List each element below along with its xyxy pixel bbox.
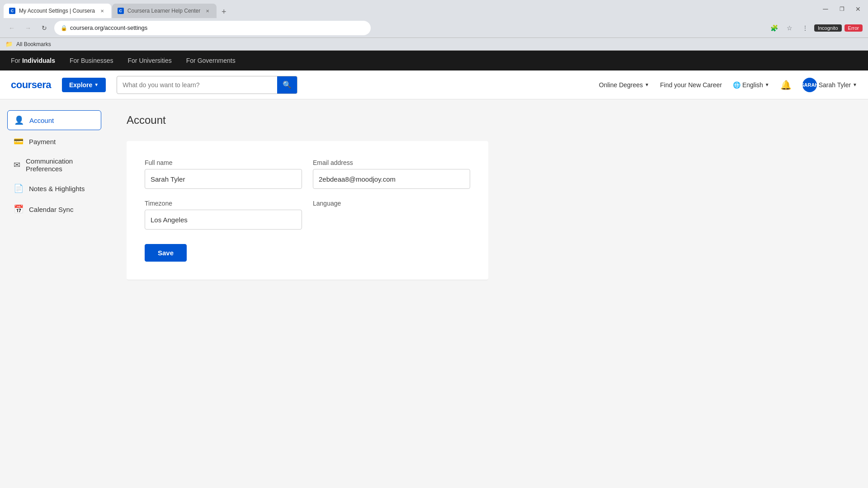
tab-bar: C My Account Settings | Coursera ✕ C Cou…: [0, 0, 868, 18]
minimize-button[interactable]: ─: [819, 3, 832, 15]
timezone-input[interactable]: [145, 210, 302, 230]
coursera-top-nav: For Individuals For Businesses For Unive…: [0, 51, 868, 70]
extensions-icon[interactable]: 🧩: [768, 22, 781, 34]
sidebar-item-account[interactable]: 👤 Account: [7, 110, 101, 130]
incognito-badge: Incognito: [814, 24, 842, 32]
search-icon: 🔍: [283, 80, 292, 89]
search-input[interactable]: [117, 81, 277, 89]
bookmarks-folder-icon: 📁: [5, 41, 13, 47]
full-name-input[interactable]: [145, 169, 302, 189]
full-name-group: Full name: [145, 159, 302, 189]
sidebar-item-communication[interactable]: ✉ Communication Preferences: [7, 153, 101, 177]
tabs-container: C My Account Settings | Coursera ✕ C Cou…: [4, 0, 230, 18]
nav-for-governments[interactable]: For Governments: [186, 57, 236, 64]
online-degrees-link[interactable]: Online Degrees ▼: [599, 81, 649, 89]
user-name: Sarah Tyler: [819, 81, 851, 89]
bookmarks-label[interactable]: All Bookmarks: [16, 41, 51, 47]
tab-close-2[interactable]: ✕: [204, 7, 211, 14]
error-badge: Error: [844, 24, 863, 32]
tab-close-1[interactable]: ✕: [99, 7, 106, 14]
find-career-link[interactable]: Find your New Career: [660, 81, 722, 89]
search-bar[interactable]: 🔍: [117, 76, 297, 94]
tab-favicon-2: C: [118, 8, 124, 14]
new-tab-button[interactable]: +: [217, 5, 230, 18]
sidebar-payment-label: Payment: [29, 138, 56, 145]
lock-icon: 🔒: [61, 25, 67, 31]
address-bar[interactable]: 🔒 coursera.org/account-settings: [54, 21, 371, 35]
tab-help-center[interactable]: C Coursera Learner Help Center ✕: [112, 4, 217, 18]
browser-window: C My Account Settings | Coursera ✕ C Cou…: [0, 0, 868, 51]
language-chevron-icon: ▼: [765, 82, 769, 87]
language-group: Language: [313, 200, 470, 230]
sidebar-account-label: Account: [29, 117, 54, 124]
main-area: Account Full name Email address Timezone: [108, 99, 868, 488]
sidebar-item-payment[interactable]: 💳 Payment: [7, 132, 101, 151]
avatar: SARAH: [802, 78, 817, 92]
coursera-header: coursera Explore ▼ 🔍 Online Degrees ▼ Fi…: [0, 70, 868, 99]
account-form: Full name Email address Timezone Languag…: [127, 141, 488, 280]
timezone-language-row: Timezone Language: [145, 200, 470, 230]
nav-for-universities[interactable]: For Universities: [128, 57, 172, 64]
email-label: Email address: [313, 159, 470, 166]
calendar-icon: 📅: [14, 204, 24, 214]
sidebar: 👤 Account 💳 Payment ✉ Communication Pref…: [0, 99, 108, 488]
payment-icon: 💳: [14, 136, 24, 146]
save-button[interactable]: Save: [145, 244, 187, 262]
forward-button[interactable]: →: [22, 22, 34, 34]
page-content: 👤 Account 💳 Payment ✉ Communication Pref…: [0, 99, 868, 488]
tab-account-settings[interactable]: C My Account Settings | Coursera ✕: [4, 4, 111, 18]
sidebar-item-notes[interactable]: 📄 Notes & Highlights: [7, 179, 101, 198]
full-name-label: Full name: [145, 159, 302, 166]
explore-chevron-icon: ▼: [94, 82, 99, 87]
online-degrees-label: Online Degrees: [599, 81, 643, 89]
account-icon: 👤: [14, 115, 24, 125]
explore-button[interactable]: Explore ▼: [62, 78, 106, 92]
email-group: Email address: [313, 159, 470, 189]
search-button[interactable]: 🔍: [277, 76, 297, 94]
window-controls: ─ ❐ ✕: [819, 3, 864, 15]
explore-label: Explore: [69, 81, 92, 89]
sidebar-communication-label: Communication Preferences: [26, 157, 95, 173]
reload-button[interactable]: ↻: [38, 22, 51, 34]
address-text: coursera.org/account-settings: [70, 24, 364, 31]
timezone-label: Timezone: [145, 200, 302, 207]
save-row: Save: [145, 240, 470, 262]
back-button[interactable]: ←: [5, 22, 18, 34]
coursera-logo[interactable]: coursera: [11, 79, 51, 91]
nav-for-businesses[interactable]: For Businesses: [70, 57, 113, 64]
notifications-bell-icon[interactable]: 🔔: [780, 80, 792, 90]
find-career-label: Find your New Career: [660, 81, 722, 89]
online-degrees-chevron-icon: ▼: [645, 82, 649, 87]
page-title: Account: [127, 114, 850, 127]
toolbar-right: 🧩 ☆ ⋮ Incognito Error: [768, 22, 863, 34]
browser-toolbar: ← → ↻ 🔒 coursera.org/account-settings 🧩 …: [0, 18, 868, 38]
notes-icon: 📄: [14, 183, 24, 193]
globe-icon: 🌐: [733, 81, 741, 89]
maximize-button[interactable]: ❐: [835, 3, 848, 15]
name-email-row: Full name Email address: [145, 159, 470, 189]
sidebar-item-calendar[interactable]: 📅 Calendar Sync: [7, 200, 101, 219]
tab-favicon-1: C: [9, 8, 15, 14]
language-selector[interactable]: 🌐 English ▼: [733, 81, 769, 89]
user-menu[interactable]: SARAH Sarah Tyler ▼: [802, 78, 857, 92]
communication-icon: ✉: [14, 160, 20, 170]
language-label: Language: [313, 200, 470, 207]
header-right: Online Degrees ▼ Find your New Career 🌐 …: [599, 78, 857, 92]
sidebar-notes-label: Notes & Highlights: [29, 185, 85, 192]
close-window-button[interactable]: ✕: [852, 3, 864, 15]
tab-title-1: My Account Settings | Coursera: [19, 8, 95, 14]
bookmarks-bar: 📁 All Bookmarks: [0, 38, 868, 51]
tab-title-2: Coursera Learner Help Center: [127, 8, 200, 14]
email-input[interactable]: [313, 169, 470, 189]
language-label: English: [742, 81, 763, 89]
browser-menu-icon[interactable]: ⋮: [799, 22, 811, 34]
user-initials: SARAH: [801, 82, 818, 88]
sidebar-calendar-label: Calendar Sync: [29, 206, 73, 213]
nav-for-individuals[interactable]: For Individuals: [11, 57, 55, 64]
user-chevron-icon: ▼: [853, 82, 857, 87]
timezone-group: Timezone: [145, 200, 302, 230]
bookmark-star-icon[interactable]: ☆: [783, 22, 796, 34]
